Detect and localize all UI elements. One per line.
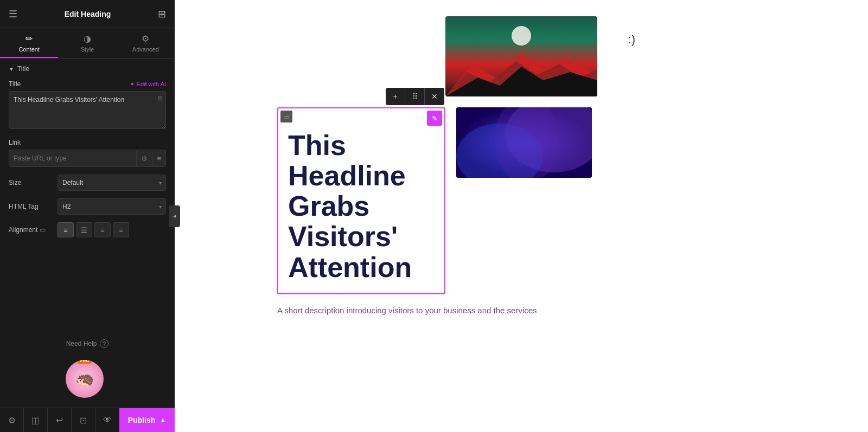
link-field-wrap: ⚙ ≡ — [9, 150, 166, 167]
eye-bottom-icon[interactable]: 👁 — [95, 408, 119, 432]
heading-text: This Headline Grabs Visitors' Attention — [288, 119, 435, 282]
history-bottom-icon[interactable]: ↩ — [48, 408, 72, 432]
canvas-inner: :) + ⠿ ✕ ▭ ✎ This Headline Grabs Visitor… — [277, 16, 765, 317]
mountain-image — [445, 16, 597, 96]
tab-style[interactable]: ◑ Style — [58, 28, 116, 58]
style-tab-icon: ◑ — [84, 34, 91, 44]
tab-advanced[interactable]: ⚙ Advanced — [117, 28, 175, 58]
canvas-area: :) + ⠿ ✕ ▭ ✎ This Headline Grabs Visitor… — [175, 0, 868, 432]
size-row: Size Default Small Medium Large XL XXL ▾ — [9, 175, 166, 191]
style-tab-label: Style — [81, 46, 94, 53]
content-tab-label: Content — [18, 46, 40, 53]
title-section-header: ▼ Title — [9, 65, 166, 73]
html-tag-select[interactable]: H1 H2 H3 H4 H5 H6 div span p — [58, 198, 166, 215]
smiley-text: :) — [628, 33, 635, 47]
edit-with-ai-button[interactable]: ✦ Edit with AI — [130, 81, 166, 88]
settings-bottom-icon[interactable]: ⚙ — [0, 408, 24, 432]
publish-chevron-icon: ▲ — [159, 416, 166, 424]
title-textarea-wrap: This Headline Grabs Visitors' Attention … — [9, 91, 166, 131]
size-select[interactable]: Default Small Medium Large XL XXL — [58, 175, 166, 191]
alignment-buttons: ≡ ☰ ≡ ≡ — [58, 222, 129, 237]
link-label-row: Link — [9, 139, 166, 146]
pro-badge: PRO 🦔 — [66, 360, 109, 403]
align-center-button[interactable]: ☰ — [76, 222, 92, 237]
align-right-button[interactable]: ≡ — [94, 222, 111, 237]
title-field-label: Title — [9, 80, 21, 88]
html-tag-row: HTML Tag H1 H2 H3 H4 H5 H6 div span p ▾ — [9, 198, 166, 215]
link-list-icon-btn[interactable]: ≡ — [152, 151, 165, 166]
sidebar-tabs: ✏ Content ◑ Style ⚙ Advanced — [0, 28, 175, 59]
heading-block-selected[interactable]: + ⠿ ✕ ▭ ✎ This Headline Grabs Visitors' … — [277, 107, 445, 294]
add-block-btn[interactable]: + — [386, 88, 405, 105]
block-toolbar: + ⠿ ✕ — [386, 88, 444, 105]
svg-point-6 — [494, 107, 559, 178]
monitor-icon: ▭ — [40, 226, 46, 234]
heading-block-wrap: + ⠿ ✕ ▭ ✎ This Headline Grabs Visitors' … — [277, 107, 765, 294]
grid-icon[interactable]: ⊞ — [158, 8, 166, 20]
pro-logo-area: PRO 🦔 — [0, 354, 175, 408]
content-tab-icon: ✏ — [25, 34, 33, 44]
sidebar-title: Edit Heading — [65, 10, 111, 18]
link-field-label: Link — [9, 139, 21, 146]
sidebar-header: ☰ Edit Heading ⊞ — [0, 0, 175, 28]
sidebar-bottom-bar: ⚙ ◫ ↩ ⊡ 👁 Publish ▲ — [0, 408, 175, 432]
edit-pencil-icon[interactable]: ✎ — [427, 111, 442, 126]
html-tag-select-wrap: H1 H2 H3 H4 H5 H6 div span p ▾ — [58, 198, 166, 215]
link-field-row: Link ⚙ ≡ — [9, 139, 166, 167]
section-arrow: ▼ — [9, 66, 14, 72]
tab-content[interactable]: ✏ Content — [0, 28, 58, 58]
menu-icon[interactable]: ☰ — [9, 8, 17, 20]
section-title-label: Title — [17, 65, 29, 73]
alignment-label: Alignment ▭ — [9, 226, 58, 234]
blue-waves-image — [456, 107, 592, 178]
ai-sparkle-icon: ✦ — [130, 81, 135, 88]
sidebar-content-area: ▼ Title Title ✦ Edit with AI This Headli… — [0, 59, 175, 333]
size-select-wrap: Default Small Medium Large XL XXL ▾ — [58, 175, 166, 191]
block-corner-icon: ▭ — [280, 111, 292, 122]
pro-tag: PRO — [78, 360, 91, 364]
advanced-tab-label: Advanced — [132, 46, 159, 53]
pro-mascot: PRO 🦔 — [66, 360, 104, 398]
link-settings-icon-btn[interactable]: ⚙ — [136, 151, 152, 166]
need-help-label: Need Help — [66, 340, 97, 347]
title-field-row: Title ✦ Edit with AI This Headline Grabs… — [9, 80, 166, 131]
layers-bottom-icon[interactable]: ◫ — [24, 408, 48, 432]
align-justify-button[interactable]: ≡ — [113, 222, 129, 237]
help-icon: ? — [100, 339, 108, 348]
title-label-row: Title ✦ Edit with AI — [9, 80, 166, 88]
alignment-row: Alignment ▭ ≡ ☰ ≡ ≡ — [9, 222, 166, 237]
close-block-btn[interactable]: ✕ — [425, 88, 444, 105]
sidebar: ☰ Edit Heading ⊞ ✏ Content ◑ Style ⚙ Adv… — [0, 0, 175, 432]
responsive-bottom-icon[interactable]: ⊡ — [72, 408, 95, 432]
publish-label: Publish — [128, 416, 156, 424]
html-tag-label: HTML Tag — [9, 203, 58, 210]
publish-button[interactable]: Publish ▲ — [119, 408, 175, 432]
align-left-button[interactable]: ≡ — [58, 222, 74, 237]
moon-shape — [512, 26, 531, 46]
size-label: Size — [9, 179, 58, 186]
title-textarea[interactable]: This Headline Grabs Visitors' Attention — [9, 91, 166, 129]
drag-block-btn[interactable]: ⠿ — [405, 88, 425, 105]
need-help-section[interactable]: Need Help ? — [0, 333, 175, 354]
edit-with-ai-label: Edit with AI — [137, 81, 166, 87]
description-text: A short description introducing visitors… — [277, 304, 765, 317]
link-input[interactable] — [9, 150, 136, 166]
sidebar-collapse-handle[interactable]: ◂ — [169, 205, 180, 227]
textarea-layout-icon[interactable]: ⊟ — [157, 94, 163, 102]
advanced-tab-icon: ⚙ — [142, 34, 149, 44]
